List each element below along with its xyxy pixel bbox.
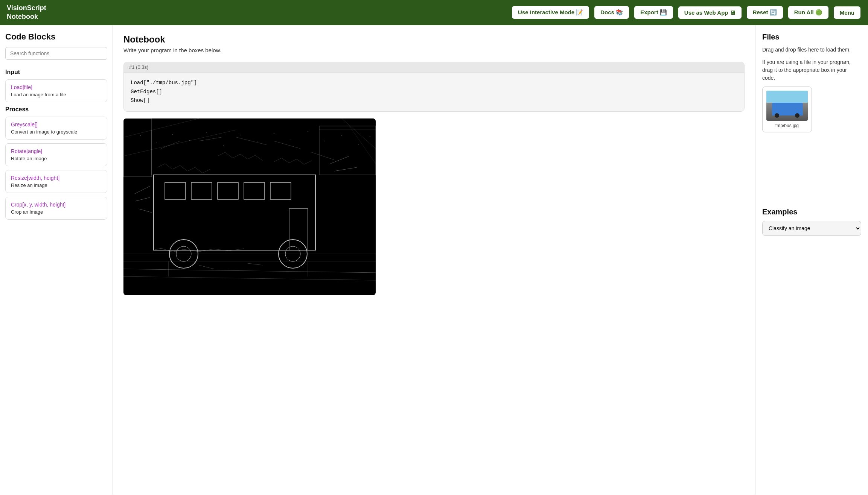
docs-button[interactable]: Docs 📚 — [594, 5, 630, 20]
svg-point-40 — [172, 134, 173, 135]
svg-point-52 — [370, 136, 370, 137]
main-layout: Code Blocks Input Load[file] Load an ima… — [0, 25, 868, 495]
examples-title: Examples — [762, 208, 861, 216]
crop-func: Crop[x, y, width, height] — [11, 202, 102, 208]
export-button[interactable]: Export 💾 — [633, 5, 674, 20]
code-block: #1 (0.3s) Load["./tmp/bus.jpg"] GetEdges… — [123, 62, 745, 112]
svg-point-39 — [156, 143, 157, 143]
bus-wheel-left — [775, 113, 779, 118]
app-title: VisionScript Notebook — [7, 4, 59, 21]
sidebar: Code Blocks Input Load[file] Load an ima… — [0, 25, 113, 495]
svg-point-50 — [341, 135, 342, 136]
section-process-title: Process — [5, 106, 107, 113]
svg-point-49 — [324, 141, 325, 141]
edge-detection-visual — [123, 118, 376, 295]
resize-card[interactable]: Resize[width, height] Resize an image — [5, 170, 107, 193]
rotate-func: Rotate[angle] — [11, 148, 102, 154]
files-desc2: If you are using a file in your program,… — [762, 58, 861, 82]
load-file-card[interactable]: Load[file] Load an image from a file — [5, 79, 107, 102]
file-card-bus[interactable]: tmp/bus.jpg — [762, 87, 812, 132]
svg-point-46 — [274, 133, 274, 134]
svg-point-48 — [308, 131, 308, 132]
notebook-subtitle: Write your program in the boxes below. — [123, 47, 745, 53]
greyscale-func: Greyscale[] — [11, 121, 102, 128]
load-file-desc: Load an image from a file — [11, 92, 102, 97]
svg-point-43 — [223, 145, 224, 146]
svg-rect-0 — [123, 118, 376, 295]
file-thumbnail — [766, 91, 808, 121]
sidebar-title: Code Blocks — [5, 32, 107, 42]
files-desc1: Drag and drop files here to load them. — [762, 46, 861, 54]
load-file-func: Load[file] — [11, 84, 102, 90]
crop-desc: Crop an image — [11, 209, 102, 215]
run-all-button[interactable]: Run All 🟢 — [787, 5, 829, 20]
output-image — [123, 118, 376, 295]
examples-select[interactable]: Classify an image Detect objects Get edg… — [762, 221, 861, 236]
resize-desc: Resize an image — [11, 182, 102, 188]
code-block-header: #1 (0.3s) — [124, 62, 744, 73]
bus-wheel-right — [795, 113, 799, 118]
greyscale-desc: Convert an image to greyscale — [11, 129, 102, 135]
files-panel: Files Drag and drop files here to load t… — [755, 25, 868, 495]
svg-point-42 — [206, 132, 207, 133]
notebook-area: Notebook Write your program in the boxes… — [113, 25, 755, 495]
reset-button[interactable]: Reset 🔄 — [746, 5, 784, 20]
resize-func: Resize[width, height] — [11, 175, 102, 181]
svg-point-51 — [358, 144, 359, 145]
interactive-mode-button[interactable]: Use Interactive Mode 📝 — [511, 5, 590, 20]
web-app-button[interactable]: Use as Web App 🖥 — [678, 6, 742, 20]
svg-point-44 — [240, 135, 241, 135]
greyscale-card[interactable]: Greyscale[] Convert an image to greyscal… — [5, 117, 107, 140]
rotate-desc: Rotate an image — [11, 156, 102, 161]
rotate-card[interactable]: Rotate[angle] Rotate an image — [5, 143, 107, 166]
files-title: Files — [762, 33, 861, 41]
search-input[interactable] — [5, 47, 107, 60]
header: VisionScript Notebook Use Interactive Mo… — [0, 0, 868, 25]
bus-image — [766, 91, 808, 121]
code-block-body[interactable]: Load["./tmp/bus.jpg"] GetEdges[] Show[] — [124, 73, 744, 111]
file-name: tmp/bus.jpg — [775, 123, 799, 128]
svg-point-41 — [189, 140, 190, 141]
menu-button[interactable]: Menu — [833, 6, 861, 20]
svg-point-45 — [257, 141, 257, 142]
crop-card[interactable]: Crop[x, y, width, height] Crop an image — [5, 197, 107, 220]
section-input-title: Input — [5, 69, 107, 76]
svg-point-47 — [291, 139, 291, 140]
notebook-title: Notebook — [123, 34, 745, 45]
svg-point-38 — [140, 135, 141, 136]
